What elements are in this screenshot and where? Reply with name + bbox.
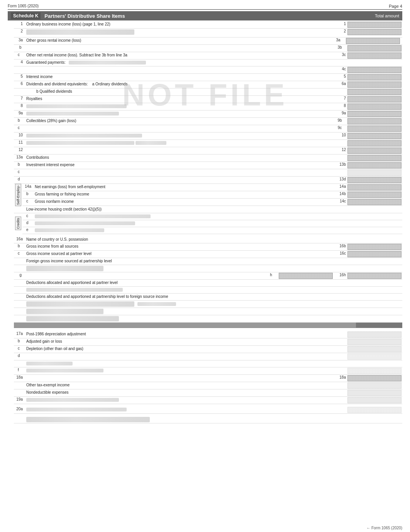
row-low-income: Low-income housing credit (section 42(j)… bbox=[14, 206, 402, 213]
schedule-k-header: Schedule K Partners' Distributive Share … bbox=[8, 11, 402, 20]
input-16h-2[interactable] bbox=[347, 273, 402, 279]
input-19a[interactable] bbox=[347, 397, 402, 403]
input-tax-exempt[interactable] bbox=[347, 382, 402, 389]
row-num-16g: g bbox=[14, 273, 25, 277]
input-17b[interactable] bbox=[347, 339, 402, 345]
row-num-3b: b bbox=[14, 45, 25, 49]
row-label-bottom-blurred bbox=[25, 416, 402, 423]
input-1[interactable] bbox=[347, 22, 402, 28]
row-label-16d bbox=[25, 265, 402, 272]
input-16b[interactable] bbox=[347, 244, 402, 250]
row-credit-c: c bbox=[22, 213, 402, 220]
row-11: 11 bbox=[14, 140, 402, 147]
row-credit-d: d bbox=[22, 220, 402, 227]
input-17c[interactable] bbox=[347, 346, 402, 352]
row-num-5: 5 bbox=[14, 74, 25, 78]
self-employ-section: Self-Employ- 14a Net earnings (loss) fro… bbox=[14, 184, 402, 206]
row-blurred-3 bbox=[14, 315, 402, 323]
row-foreign-gross: Foreign gross income sourced at partners… bbox=[14, 258, 402, 265]
input-9b[interactable] bbox=[347, 118, 402, 124]
row-num-9c: c bbox=[14, 126, 25, 130]
row-14c: c Gross nonfarm income 14c bbox=[22, 199, 402, 206]
right-num-6a: 6a bbox=[334, 82, 347, 86]
input-9c[interactable] bbox=[347, 126, 402, 132]
input-14a[interactable] bbox=[347, 184, 402, 190]
credits-rows: c d e bbox=[22, 213, 402, 234]
row-deductions-blurred bbox=[14, 287, 402, 294]
row-label-credit-e bbox=[33, 228, 402, 233]
row-13a: 13a Contributions bbox=[14, 155, 402, 162]
ref-h: h bbox=[263, 273, 279, 277]
schedule-k-title: Partners' Distributive Share Items bbox=[44, 13, 375, 19]
row-label-credit-d bbox=[33, 221, 402, 226]
row-label-16b: Gross income from all sources bbox=[25, 244, 334, 249]
right-num-12: 12 bbox=[334, 148, 347, 152]
row-16d-blurred bbox=[14, 265, 402, 272]
input-10[interactable] bbox=[347, 133, 402, 139]
input-16c[interactable] bbox=[347, 251, 402, 257]
input-7[interactable] bbox=[347, 96, 402, 102]
row-deductions-partner: Deductions allocated and apportioned at … bbox=[14, 280, 402, 287]
input-14c[interactable] bbox=[347, 199, 402, 205]
input-6b[interactable] bbox=[347, 89, 402, 95]
row-18a: 18a 18a bbox=[14, 375, 402, 382]
row-label-8 bbox=[25, 104, 334, 109]
input-13d[interactable] bbox=[347, 177, 402, 183]
input-17f[interactable] bbox=[347, 368, 402, 374]
right-num-18a: 18a bbox=[334, 375, 347, 379]
row-label-19a bbox=[25, 397, 334, 403]
row-label-17f bbox=[25, 368, 334, 373]
input-17d[interactable] bbox=[347, 354, 402, 360]
self-employ-rows: 14a Net earnings (loss) from self-employ… bbox=[22, 184, 402, 206]
row-num-12: 12 bbox=[14, 148, 25, 152]
row-13b: b Investment interest expense 13b bbox=[14, 162, 402, 169]
input-nondeductible[interactable] bbox=[347, 390, 402, 396]
row-label-17a: Post-1986 depreciation adjustment bbox=[25, 331, 334, 337]
input-3b[interactable] bbox=[347, 45, 402, 51]
input-13c[interactable] bbox=[347, 170, 402, 176]
row-num-16a: 16a bbox=[14, 237, 25, 241]
right-num-1: 1 bbox=[334, 22, 347, 26]
input-16h[interactable] bbox=[279, 273, 333, 279]
row-label-20a bbox=[25, 407, 334, 412]
row-10: 10 10 bbox=[14, 133, 402, 140]
input-20a[interactable] bbox=[347, 407, 402, 413]
input-8[interactable] bbox=[347, 104, 402, 110]
input-3c[interactable] bbox=[347, 53, 402, 59]
input-12[interactable] bbox=[347, 148, 402, 154]
input-5[interactable] bbox=[347, 74, 402, 80]
row-14b: b Gross farming or fishing income 14b bbox=[22, 191, 402, 199]
right-num-7: 7 bbox=[334, 96, 347, 100]
credits-side-label: Credits bbox=[14, 213, 22, 234]
input-4c[interactable] bbox=[347, 67, 402, 73]
input-17a[interactable] bbox=[347, 331, 402, 338]
row-num-credit-e: e bbox=[22, 228, 33, 232]
right-num-13d: 13d bbox=[334, 177, 347, 181]
row-num-7: 7 bbox=[14, 96, 25, 100]
row-num-13a: 13a bbox=[14, 155, 25, 159]
input-14b[interactable] bbox=[347, 192, 402, 198]
input-6a[interactable] bbox=[347, 82, 402, 88]
input-9a[interactable] bbox=[347, 111, 402, 117]
input-18a[interactable] bbox=[347, 375, 402, 381]
input-3a[interactable] bbox=[346, 38, 400, 44]
right-num-10: 10 bbox=[334, 133, 347, 137]
input-13a[interactable] bbox=[347, 155, 402, 161]
row-5: 5 Interest income 5 bbox=[14, 74, 402, 81]
row-label-9b: Collectibles (28%) gain (loss) bbox=[25, 118, 332, 124]
row-num-13d: d bbox=[14, 177, 25, 181]
row-num-3a: 3a bbox=[14, 38, 25, 42]
row-bottom-blurred bbox=[14, 416, 402, 423]
row-num-11: 11 bbox=[14, 140, 25, 144]
input-11[interactable] bbox=[347, 140, 402, 146]
row-label-3c: Other net rental income (loss). Subtract… bbox=[25, 53, 334, 58]
input-2[interactable] bbox=[347, 29, 402, 35]
input-13b[interactable] bbox=[347, 162, 402, 168]
right-num-4c: 4c bbox=[334, 67, 347, 71]
row-label-5: Interest income bbox=[25, 74, 334, 80]
row-label-11 bbox=[25, 140, 334, 146]
row-label-10 bbox=[25, 133, 334, 138]
row-label-credit-c bbox=[33, 214, 402, 219]
row-label-2 bbox=[25, 29, 334, 37]
row-num-14b: b bbox=[22, 192, 33, 196]
